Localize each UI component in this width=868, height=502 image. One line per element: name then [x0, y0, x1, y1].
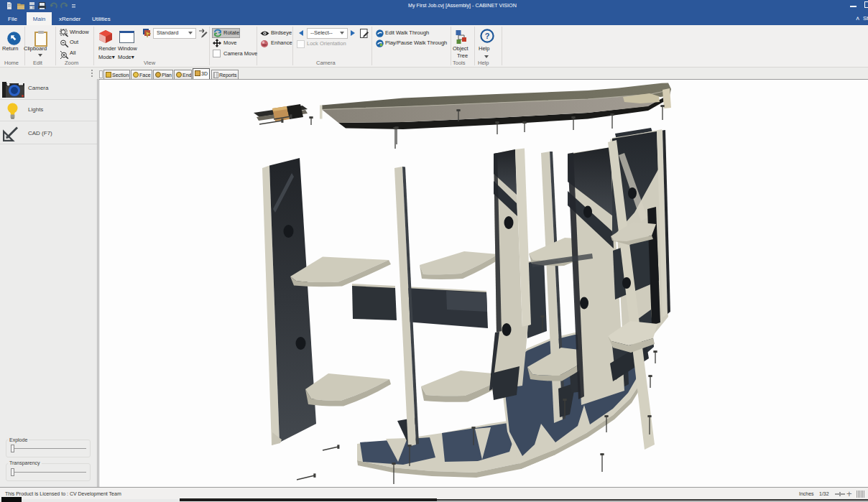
svg-text:?: ? [485, 32, 490, 40]
